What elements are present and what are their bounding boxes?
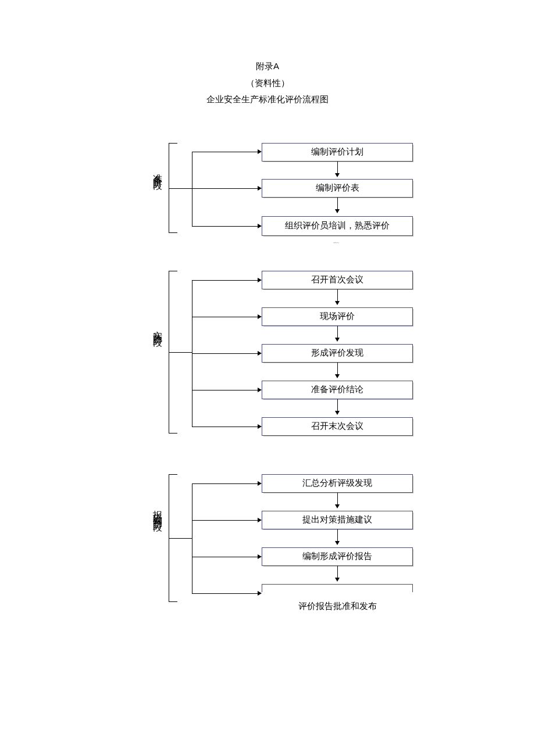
- arrow-down-icon: [335, 374, 340, 378]
- arrow-down-icon: [335, 209, 340, 213]
- appendix-label: 附录A: [0, 58, 535, 75]
- arrow-right-icon: [258, 186, 262, 191]
- arrow-down-icon: [335, 578, 340, 582]
- arrow-down-icon: [335, 541, 340, 545]
- flowchart: 准备阶段 编制评价计划 编制评价表 组织评价员培训，熟悉评价 ﹏ 实施阶段 召开…: [0, 131, 535, 712]
- arrow-right-icon: [258, 314, 262, 319]
- arrow-right-icon: [258, 481, 262, 486]
- stage-3-label: 报告编制阶段: [151, 503, 163, 517]
- arrow-right-icon: [258, 224, 262, 228]
- step-box: 汇总分析评级发现: [262, 474, 413, 493]
- step-box: 现场评价: [262, 307, 413, 326]
- connector: [337, 326, 338, 338]
- connector: [169, 352, 192, 353]
- step-box-open: [262, 584, 413, 592]
- arrow-right-icon: [258, 518, 262, 522]
- step-text: 组织评价员培训，熟悉评价: [285, 220, 390, 231]
- connector: [337, 363, 338, 374]
- connector: [192, 390, 258, 390]
- step-text: 编制形成评价报告: [302, 551, 372, 562]
- connector: [192, 593, 258, 594]
- header: 附录A （资料性） 企业安全生产标准化评价流程图: [0, 58, 535, 108]
- connector: [192, 353, 258, 354]
- connector: [192, 483, 192, 593]
- connector: [192, 427, 258, 427]
- connector: [192, 557, 258, 557]
- connector: [192, 152, 192, 226]
- step-box: 编制评价表: [262, 179, 413, 198]
- connector: [337, 289, 338, 301]
- step-text: 编制评价表: [316, 182, 359, 194]
- connector: [192, 317, 258, 317]
- truncation-mark: ﹏: [333, 237, 340, 245]
- step-text: 编制评价计划: [311, 146, 363, 157]
- step-box: 召开末次会议: [262, 417, 413, 436]
- arrow-right-icon: [258, 149, 262, 154]
- step-text: 现场评价: [320, 311, 355, 322]
- arrow-right-icon: [258, 278, 262, 282]
- step-text: 形成评价发现: [311, 347, 363, 359]
- step-text: 评价报告批准和发布: [262, 601, 413, 612]
- connector: [192, 188, 258, 189]
- stage-1-label: 准备阶段: [151, 166, 163, 175]
- connector: [337, 198, 338, 209]
- arrow-down-icon: [335, 173, 340, 177]
- connector: [192, 483, 258, 484]
- connector: [169, 538, 192, 539]
- connector: [337, 529, 338, 541]
- arrow-down-icon: [335, 338, 340, 342]
- informative-label: （资料性）: [0, 75, 535, 92]
- step-box: 编制形成评价报告: [262, 547, 413, 566]
- connector: [192, 152, 258, 152]
- connector: [337, 493, 338, 504]
- step-text: 提出对策措施建议: [302, 514, 372, 525]
- step-box: 组织评价员培训，熟悉评价: [262, 216, 413, 236]
- step-text: 准备评价结论: [311, 384, 363, 395]
- step-box: 提出对策措施建议: [262, 511, 413, 529]
- arrow-right-icon: [258, 591, 262, 596]
- step-box: 形成评价发现: [262, 344, 413, 363]
- connector: [337, 566, 338, 578]
- arrow-right-icon: [258, 351, 262, 356]
- stage-2-label: 实施阶段: [151, 323, 163, 332]
- arrow-right-icon: [258, 388, 262, 392]
- step-text: 召开首次会议: [311, 274, 363, 285]
- connector: [192, 520, 258, 521]
- connector: [192, 280, 258, 281]
- page: 附录A （资料性） 企业安全生产标准化评价流程图 准备阶段 编制评价计划 编制评…: [0, 0, 535, 712]
- arrow-down-icon: [335, 411, 340, 415]
- connector: [169, 188, 192, 189]
- step-box: 编制评价计划: [262, 143, 413, 162]
- step-box: 准备评价结论: [262, 381, 413, 399]
- arrow-right-icon: [258, 424, 262, 429]
- step-text: 汇总分析评级发现: [302, 478, 372, 489]
- arrow-right-icon: [258, 554, 262, 559]
- step-box: 召开首次会议: [262, 271, 413, 289]
- arrow-down-icon: [335, 301, 340, 305]
- arrow-down-icon: [335, 504, 340, 508]
- step-text: 召开末次会议: [311, 421, 363, 432]
- connector: [192, 226, 258, 227]
- connector: [337, 162, 338, 173]
- title: 企业安全生产标准化评价流程图: [0, 91, 535, 108]
- connector: [337, 399, 338, 411]
